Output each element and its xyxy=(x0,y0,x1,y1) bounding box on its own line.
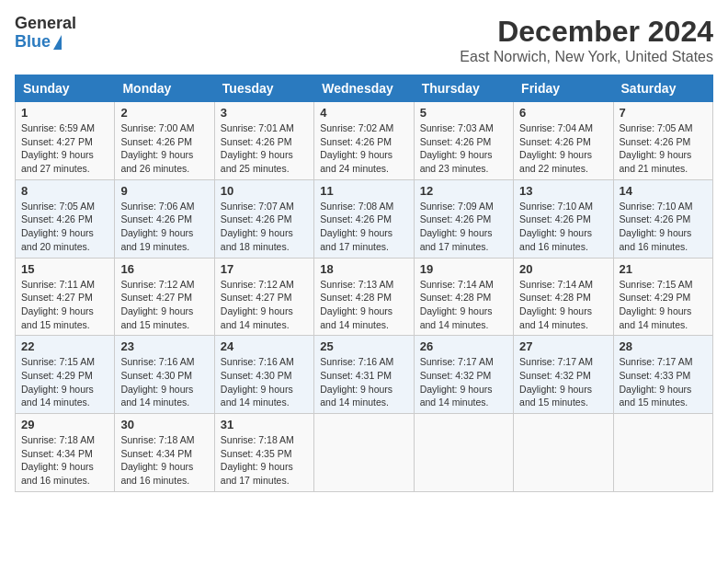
day-number: 24 xyxy=(221,339,308,353)
day-info: Sunrise: 7:05 AMSunset: 4:26 PMDaylight:… xyxy=(620,121,707,176)
title-area: December 2024 East Norwich, New York, Un… xyxy=(460,15,713,65)
page-subtitle: East Norwich, New York, United States xyxy=(460,49,713,65)
day-info: Sunrise: 7:00 AMSunset: 4:26 PMDaylight:… xyxy=(120,121,208,176)
day-number: 13 xyxy=(519,184,607,198)
calendar-cell: 29Sunrise: 7:18 AMSunset: 4:34 PMDayligh… xyxy=(16,414,115,492)
day-info: Sunrise: 7:01 AMSunset: 4:26 PMDaylight:… xyxy=(221,121,308,176)
calendar-cell: 19Sunrise: 7:14 AMSunset: 4:28 PMDayligh… xyxy=(414,258,513,336)
day-number: 15 xyxy=(21,262,108,276)
day-number: 29 xyxy=(21,418,108,431)
calendar-week-row: 29Sunrise: 7:18 AMSunset: 4:34 PMDayligh… xyxy=(16,414,713,492)
day-info: Sunrise: 7:13 AMSunset: 4:28 PMDaylight:… xyxy=(320,278,407,332)
logo-blue-text: Blue xyxy=(15,33,51,52)
calendar-table: SundayMondayTuesdayWednesdayThursdayFrid… xyxy=(15,75,713,492)
day-number: 26 xyxy=(420,339,507,353)
day-number: 2 xyxy=(120,106,208,120)
day-number: 20 xyxy=(519,262,607,276)
day-number: 19 xyxy=(420,262,507,276)
day-number: 17 xyxy=(221,262,308,276)
day-info: Sunrise: 7:15 AMSunset: 4:29 PMDaylight:… xyxy=(21,355,108,409)
calendar-body: 1Sunrise: 6:59 AMSunset: 4:27 PMDaylight… xyxy=(16,102,713,492)
day-info: Sunrise: 7:02 AMSunset: 4:26 PMDaylight:… xyxy=(320,121,407,176)
day-info: Sunrise: 7:16 AMSunset: 4:30 PMDaylight:… xyxy=(221,355,308,409)
day-of-week-header: Wednesday xyxy=(314,75,414,102)
day-info: Sunrise: 7:08 AMSunset: 4:26 PMDaylight:… xyxy=(320,200,407,254)
day-info: Sunrise: 7:17 AMSunset: 4:33 PMDaylight:… xyxy=(620,355,707,409)
calendar-header: SundayMondayTuesdayWednesdayThursdayFrid… xyxy=(16,75,713,102)
calendar-cell: 7Sunrise: 7:05 AMSunset: 4:26 PMDaylight… xyxy=(613,102,712,180)
day-number: 16 xyxy=(120,262,208,276)
day-of-week-header: Tuesday xyxy=(214,75,313,102)
calendar-cell: 9Sunrise: 7:06 AMSunset: 4:26 PMDaylight… xyxy=(115,179,214,258)
day-number: 9 xyxy=(120,184,208,198)
day-info: Sunrise: 7:15 AMSunset: 4:29 PMDaylight:… xyxy=(620,278,707,332)
calendar-cell: 6Sunrise: 7:04 AMSunset: 4:26 PMDaylight… xyxy=(514,102,613,180)
day-info: Sunrise: 7:16 AMSunset: 4:30 PMDaylight:… xyxy=(120,355,208,409)
day-number: 11 xyxy=(320,184,407,198)
day-number: 23 xyxy=(120,339,208,353)
calendar-cell: 21Sunrise: 7:15 AMSunset: 4:29 PMDayligh… xyxy=(613,258,712,336)
day-info: Sunrise: 7:06 AMSunset: 4:26 PMDaylight:… xyxy=(120,200,208,254)
day-number: 21 xyxy=(620,262,707,276)
day-number: 3 xyxy=(221,106,308,120)
day-info: Sunrise: 7:12 AMSunset: 4:27 PMDaylight:… xyxy=(221,278,308,332)
day-number: 7 xyxy=(620,106,707,120)
calendar-cell: 12Sunrise: 7:09 AMSunset: 4:26 PMDayligh… xyxy=(414,179,513,258)
calendar-cell xyxy=(414,414,513,492)
calendar-cell: 17Sunrise: 7:12 AMSunset: 4:27 PMDayligh… xyxy=(214,258,313,336)
calendar-cell: 8Sunrise: 7:05 AMSunset: 4:26 PMDaylight… xyxy=(16,179,115,258)
calendar-cell: 26Sunrise: 7:17 AMSunset: 4:32 PMDayligh… xyxy=(414,336,513,414)
day-number: 4 xyxy=(320,106,407,120)
day-of-week-header: Thursday xyxy=(414,75,513,102)
day-number: 14 xyxy=(620,184,707,198)
day-of-week-header: Saturday xyxy=(613,75,712,102)
calendar-cell: 22Sunrise: 7:15 AMSunset: 4:29 PMDayligh… xyxy=(16,336,115,414)
calendar-cell: 31Sunrise: 7:18 AMSunset: 4:35 PMDayligh… xyxy=(214,414,313,492)
calendar-cell: 11Sunrise: 7:08 AMSunset: 4:26 PMDayligh… xyxy=(314,179,414,258)
day-info: Sunrise: 7:10 AMSunset: 4:26 PMDaylight:… xyxy=(519,200,607,254)
calendar-cell: 23Sunrise: 7:16 AMSunset: 4:30 PMDayligh… xyxy=(115,336,214,414)
calendar-cell: 10Sunrise: 7:07 AMSunset: 4:26 PMDayligh… xyxy=(214,179,313,258)
day-number: 28 xyxy=(620,339,707,353)
day-info: Sunrise: 7:17 AMSunset: 4:32 PMDaylight:… xyxy=(420,355,507,409)
calendar-week-row: 1Sunrise: 6:59 AMSunset: 4:27 PMDaylight… xyxy=(16,102,713,180)
day-number: 30 xyxy=(120,418,208,431)
calendar-cell: 25Sunrise: 7:16 AMSunset: 4:31 PMDayligh… xyxy=(314,336,414,414)
day-info: Sunrise: 7:11 AMSunset: 4:27 PMDaylight:… xyxy=(21,278,108,332)
calendar-cell: 5Sunrise: 7:03 AMSunset: 4:26 PMDaylight… xyxy=(414,102,513,180)
day-info: Sunrise: 7:04 AMSunset: 4:26 PMDaylight:… xyxy=(519,121,607,176)
day-of-week-header: Friday xyxy=(514,75,613,102)
calendar-cell: 4Sunrise: 7:02 AMSunset: 4:26 PMDaylight… xyxy=(314,102,414,180)
page-title: December 2024 xyxy=(460,15,713,49)
day-number: 31 xyxy=(221,418,308,431)
day-number: 27 xyxy=(519,339,607,353)
day-info: Sunrise: 7:12 AMSunset: 4:27 PMDaylight:… xyxy=(120,278,208,332)
day-number: 22 xyxy=(21,339,108,353)
logo-triangle-icon xyxy=(53,35,62,50)
calendar-cell: 20Sunrise: 7:14 AMSunset: 4:28 PMDayligh… xyxy=(514,258,613,336)
calendar-week-row: 15Sunrise: 7:11 AMSunset: 4:27 PMDayligh… xyxy=(16,258,713,336)
day-number: 6 xyxy=(519,106,607,120)
day-info: Sunrise: 7:18 AMSunset: 4:34 PMDaylight:… xyxy=(120,433,208,488)
day-info: Sunrise: 7:05 AMSunset: 4:26 PMDaylight:… xyxy=(21,200,108,254)
day-number: 8 xyxy=(21,184,108,198)
calendar-cell: 27Sunrise: 7:17 AMSunset: 4:32 PMDayligh… xyxy=(514,336,613,414)
calendar-cell xyxy=(314,414,414,492)
day-number: 12 xyxy=(420,184,507,198)
day-number: 1 xyxy=(21,106,108,120)
calendar-cell: 1Sunrise: 6:59 AMSunset: 4:27 PMDaylight… xyxy=(16,102,115,180)
calendar-cell: 3Sunrise: 7:01 AMSunset: 4:26 PMDaylight… xyxy=(214,102,313,180)
day-number: 5 xyxy=(420,106,507,120)
day-info: Sunrise: 7:10 AMSunset: 4:26 PMDaylight:… xyxy=(620,200,707,254)
calendar-cell: 15Sunrise: 7:11 AMSunset: 4:27 PMDayligh… xyxy=(16,258,115,336)
header: General Blue December 2024 East Norwich,… xyxy=(15,15,713,65)
calendar-cell: 30Sunrise: 7:18 AMSunset: 4:34 PMDayligh… xyxy=(115,414,214,492)
day-number: 18 xyxy=(320,262,407,276)
day-info: Sunrise: 7:18 AMSunset: 4:35 PMDaylight:… xyxy=(221,433,308,488)
calendar-cell xyxy=(613,414,712,492)
calendar-cell: 13Sunrise: 7:10 AMSunset: 4:26 PMDayligh… xyxy=(514,179,613,258)
day-info: Sunrise: 7:14 AMSunset: 4:28 PMDaylight:… xyxy=(420,278,507,332)
logo: General Blue xyxy=(15,15,76,52)
day-info: Sunrise: 7:03 AMSunset: 4:26 PMDaylight:… xyxy=(420,121,507,176)
day-info: Sunrise: 7:09 AMSunset: 4:26 PMDaylight:… xyxy=(420,200,507,254)
